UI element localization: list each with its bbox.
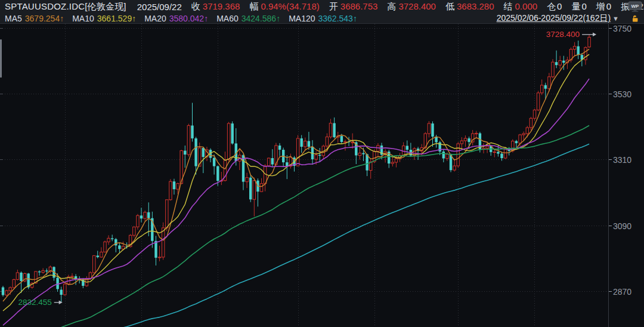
svg-text:3310: 3310 [613, 155, 631, 165]
stat-low: 低3683.280 [445, 1, 494, 13]
stat-value: 0.94%(34.718) [261, 1, 319, 11]
ma-label: MA20 [144, 14, 166, 23]
annotations: 3728.4002832.455 [18, 30, 596, 307]
ma-value: 3424.586↑ [242, 14, 280, 23]
y-axis-labels: 37503530331030902870 [608, 24, 631, 297]
stat-value: 3728.400 [398, 1, 436, 11]
stat-open: 开3686.753 [329, 1, 378, 13]
ma20-line [3, 79, 589, 325]
candles [2, 35, 591, 303]
ma-value: 3362.543↑ [318, 14, 357, 23]
stat-oi-change: 增0 [596, 1, 611, 13]
ma-legend-item-ma10: MA103661.529↑ [72, 14, 136, 23]
svg-text:3090: 3090 [613, 221, 631, 231]
svg-text:3530: 3530 [613, 90, 631, 99]
ma-value: 3661.529↑ [97, 14, 136, 23]
chart-area: 375035303310309028703728.4002832.455 [0, 24, 644, 327]
price-annotation-high: 3728.400 [546, 30, 580, 39]
stat-value: 0 [581, 1, 586, 11]
horizontal-gridlines [0, 29, 608, 292]
wp-screencast-icon[interactable]: WP [628, 1, 642, 13]
stat-label: 结 [504, 1, 513, 11]
wp-icon-text: WP [631, 4, 640, 9]
stat-open-interest: 仓0 [547, 1, 562, 13]
quote-date: 2025/09/22 [137, 2, 182, 12]
date-range-label[interactable]: 2025/02/06-2025/09/22(162日) [497, 13, 611, 24]
app-window: SPTAUUSDOZ.IDC[伦敦金现] 2025/09/22 收3719.36… [0, 0, 644, 327]
left-scrollbar-thumb[interactable] [0, 39, 2, 78]
stat-value: 3719.368 [203, 1, 240, 11]
ma-lines [3, 49, 589, 327]
ma-legend: MA53679.254↑MA103661.529↑MA203580.042↑MA… [5, 14, 366, 23]
stat-value: 3686.753 [340, 1, 378, 11]
ma-legend-item-ma120: MA1203362.543↑ [289, 14, 357, 23]
ma-value: 3580.042↑ [169, 14, 208, 23]
stat-label: 量 [571, 1, 580, 11]
stat-label: 高 [387, 1, 396, 11]
vertical-gridlines [66, 24, 535, 327]
stat-settle: 结0.000 [504, 1, 538, 13]
stat-value: 0 [557, 1, 562, 11]
svg-text:2870: 2870 [613, 287, 631, 297]
stat-volume: 量0 [571, 1, 586, 13]
ma-legend-item-ma5: MA53679.254↑ [5, 14, 64, 23]
ma-label: MA120 [289, 14, 315, 23]
stat-label: 低 [445, 1, 454, 11]
symbol-name: SPTAUUSDOZ.IDC[伦敦金现] [5, 1, 126, 13]
stat-label: 收 [191, 1, 200, 11]
ma-label: MA60 [216, 14, 239, 23]
candlestick-chart[interactable]: 375035303310309028703728.4002832.455 [0, 24, 644, 327]
quote-stats: 收3719.368幅0.94%(34.718)开3686.753高3728.40… [182, 1, 644, 13]
ma-label: MA10 [72, 14, 94, 23]
ma-legend-item-ma20: MA203580.042↑ [144, 14, 208, 23]
stat-close: 收3719.368 [191, 1, 240, 13]
svg-text:3750: 3750 [613, 24, 631, 33]
date-range-selector[interactable]: 2025/02/06-2025/09/22(162日) ▼ [497, 13, 619, 24]
stat-label: 开 [329, 1, 338, 11]
quote-header: SPTAUUSDOZ.IDC[伦敦金现] 2025/09/22 收3719.36… [0, 0, 644, 13]
stat-value: 0.000 [515, 1, 538, 11]
ma120-line [3, 144, 589, 327]
ma-label: MA5 [5, 14, 22, 23]
stat-change: 幅0.94%(34.718) [249, 1, 319, 13]
chevron-down-icon[interactable]: ▼ [612, 15, 619, 22]
ma-legend-item-ma60: MA603424.586↑ [216, 14, 280, 23]
stat-label: 增 [596, 1, 605, 11]
ma5-line [3, 49, 589, 301]
stat-value: 0 [606, 1, 611, 11]
stat-label: 幅 [249, 1, 258, 11]
ma-legend-bar: MA53679.254↑MA103661.529↑MA203580.042↑MA… [0, 13, 644, 24]
unlock-icon[interactable] [631, 14, 639, 23]
stat-label: 仓 [547, 1, 556, 11]
ma-value: 3679.254↑ [25, 14, 64, 23]
stat-value: 3683.280 [457, 1, 494, 11]
stat-high: 高3728.400 [387, 1, 436, 13]
price-annotation-low: 2832.455 [18, 298, 51, 307]
